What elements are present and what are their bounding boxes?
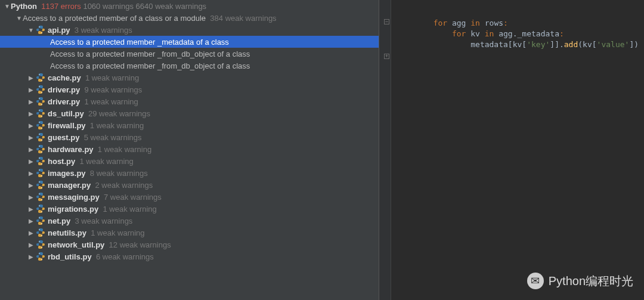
inspection-group[interactable]: Access to a protected member of a class … bbox=[0, 12, 379, 24]
watermark-text: Python编程时光 bbox=[549, 273, 633, 289]
fold-marker-icon[interactable]: + bbox=[384, 54, 389, 59]
svg-point-25 bbox=[41, 211, 42, 212]
chevron-right-icon[interactable] bbox=[27, 182, 35, 188]
chevron-right-icon[interactable] bbox=[27, 230, 35, 236]
file-count: 3 weak warnings bbox=[75, 217, 133, 225]
svg-point-6 bbox=[39, 98, 39, 98]
chevron-right-icon[interactable] bbox=[27, 134, 35, 141]
svg-point-30 bbox=[39, 241, 39, 242]
chevron-right-icon[interactable] bbox=[27, 146, 35, 153]
chevron-right-icon[interactable] bbox=[27, 218, 35, 224]
file-node[interactable]: ds_util.py 29 weak warnings bbox=[0, 107, 379, 119]
python-file-icon bbox=[36, 132, 45, 142]
issue-item[interactable]: Access to a protected member _from_db_ob… bbox=[0, 60, 379, 72]
inspection-tree[interactable]: Python 1137 errors 1060 warnings 6640 we… bbox=[0, 0, 379, 300]
wechat-icon: ✉ bbox=[527, 273, 544, 289]
svg-point-26 bbox=[39, 217, 39, 218]
file-node[interactable]: driver.py 9 weak warnings bbox=[0, 83, 379, 95]
chevron-down-icon[interactable] bbox=[4, 3, 11, 10]
file-name: migrations.py bbox=[48, 205, 98, 214]
svg-point-1 bbox=[41, 32, 42, 33]
file-node[interactable]: driver.py 1 weak warning bbox=[0, 95, 379, 107]
file-node[interactable]: manager.py 2 weak warnings bbox=[0, 179, 379, 191]
file-count: 5 weak warnings bbox=[84, 133, 142, 142]
chevron-right-icon[interactable] bbox=[27, 242, 35, 248]
python-file-icon bbox=[36, 168, 45, 178]
chevron-down-icon[interactable] bbox=[16, 15, 23, 21]
svg-point-13 bbox=[41, 140, 42, 140]
chevron-right-icon[interactable] bbox=[27, 122, 35, 129]
svg-point-0 bbox=[39, 26, 39, 27]
root-title: Python bbox=[11, 2, 37, 11]
code-preview: − + for agg in rows: for kv in agg._meta… bbox=[379, 0, 644, 300]
svg-point-20 bbox=[39, 181, 39, 182]
file-node[interactable]: migrations.py 1 weak warning bbox=[0, 203, 379, 215]
error-count: 1137 errors bbox=[41, 2, 80, 11]
file-count: 8 weak warnings bbox=[90, 169, 148, 178]
svg-point-21 bbox=[41, 187, 42, 188]
chevron-down-icon[interactable] bbox=[27, 27, 35, 33]
group-count: 384 weak warnings bbox=[210, 14, 276, 23]
svg-point-14 bbox=[39, 146, 39, 146]
file-name: manager.py bbox=[48, 181, 91, 190]
file-node[interactable]: net.py 3 weak warnings bbox=[0, 215, 379, 227]
file-node[interactable]: host.py 1 weak warning bbox=[0, 155, 379, 167]
file-count: 1 weak warning bbox=[103, 205, 156, 214]
file-node[interactable]: firewall.py 1 weak warning bbox=[0, 119, 379, 131]
file-node[interactable]: network_util.py 12 weak warnings bbox=[0, 239, 379, 250]
file-count: 2 weak warnings bbox=[95, 181, 153, 190]
file-name: api.py bbox=[48, 26, 70, 35]
python-file-icon bbox=[36, 228, 45, 237]
file-count: 3 weak warnings bbox=[75, 26, 132, 35]
python-file-icon bbox=[36, 144, 45, 154]
svg-point-12 bbox=[39, 134, 39, 134]
issue-item[interactable]: Access to a protected member _metadata o… bbox=[0, 36, 379, 48]
file-count: 1 weak warning bbox=[84, 97, 138, 106]
fold-marker-icon[interactable]: − bbox=[384, 19, 389, 24]
svg-point-27 bbox=[41, 223, 42, 224]
inspection-root[interactable]: Python 1137 errors 1060 warnings 6640 we… bbox=[0, 0, 379, 12]
issue-text: Access to a protected member _metadata o… bbox=[50, 38, 229, 47]
python-file-icon bbox=[36, 25, 45, 35]
chevron-right-icon[interactable] bbox=[27, 86, 35, 93]
file-node[interactable]: messaging.py 7 weak warnings bbox=[0, 191, 379, 203]
file-node[interactable]: images.py 8 weak warnings bbox=[0, 167, 379, 179]
chevron-right-icon[interactable] bbox=[27, 170, 35, 177]
python-file-icon bbox=[36, 109, 45, 118]
watermark: ✉ Python编程时光 bbox=[527, 273, 633, 289]
python-file-icon bbox=[36, 180, 45, 190]
file-node[interactable]: hardware.py 1 weak warning bbox=[0, 143, 379, 155]
svg-point-24 bbox=[39, 205, 39, 206]
file-node[interactable]: rbd_utils.py 6 weak warnings bbox=[0, 250, 379, 262]
file-node[interactable]: cache.py 1 weak warning bbox=[0, 72, 379, 83]
svg-point-16 bbox=[39, 157, 39, 158]
issue-item[interactable]: Access to a protected member _from_db_ob… bbox=[0, 48, 379, 60]
file-node[interactable]: guest.py 5 weak warnings bbox=[0, 131, 379, 143]
file-name: host.py bbox=[48, 157, 75, 166]
file-name: netutils.py bbox=[48, 228, 86, 237]
svg-point-10 bbox=[39, 122, 39, 122]
svg-point-17 bbox=[41, 163, 42, 164]
chevron-right-icon[interactable] bbox=[27, 194, 35, 200]
chevron-right-icon[interactable] bbox=[27, 110, 35, 117]
chevron-right-icon[interactable] bbox=[27, 75, 35, 81]
python-file-icon bbox=[36, 252, 45, 261]
file-node-api[interactable]: api.py 3 weak warnings bbox=[0, 24, 379, 36]
svg-point-8 bbox=[39, 110, 39, 110]
file-name: hardware.py bbox=[48, 145, 94, 154]
python-file-icon bbox=[36, 97, 45, 106]
chevron-right-icon[interactable] bbox=[27, 206, 35, 212]
file-name: cache.py bbox=[48, 73, 81, 82]
svg-point-33 bbox=[41, 259, 42, 259]
chevron-right-icon[interactable] bbox=[27, 158, 35, 165]
python-file-icon bbox=[36, 156, 45, 166]
chevron-right-icon[interactable] bbox=[27, 253, 35, 260]
python-file-icon bbox=[36, 192, 45, 202]
svg-point-19 bbox=[41, 175, 42, 176]
python-file-icon bbox=[36, 120, 45, 130]
warning-count: 1060 warnings bbox=[83, 2, 134, 11]
svg-point-3 bbox=[41, 80, 42, 81]
chevron-right-icon[interactable] bbox=[27, 98, 35, 105]
python-file-icon bbox=[36, 73, 45, 82]
file-node[interactable]: netutils.py 1 weak warning bbox=[0, 227, 379, 239]
